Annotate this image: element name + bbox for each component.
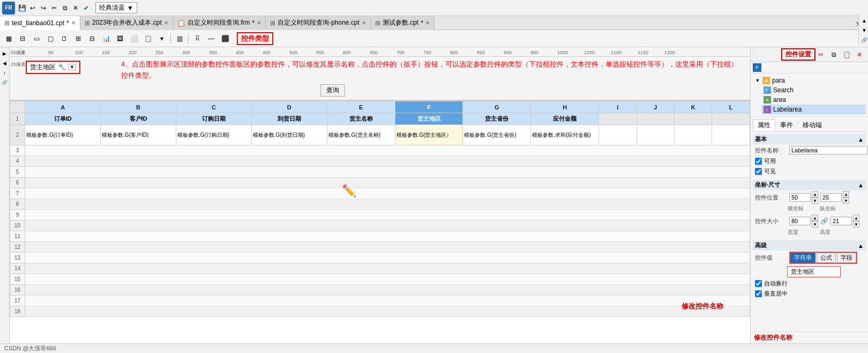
param-dropdown-icon[interactable]: ▼ — [68, 64, 76, 70]
col-header-B[interactable]: B — [101, 101, 176, 113]
left-sidebar-btn-4[interactable]: 🔗 — [1, 78, 9, 87]
col-header-L[interactable]: L — [712, 101, 750, 113]
w-spin-down[interactable]: ▼ — [812, 221, 818, 227]
table-row[interactable]: 7 — [10, 188, 750, 199]
data-cell-D2[interactable]: 模板参数.G(到货日期) — [251, 125, 327, 145]
col-header-A[interactable]: A — [25, 101, 101, 113]
x-input[interactable] — [789, 193, 811, 202]
table-row[interactable]: 11 — [10, 231, 750, 242]
data-cell-C2[interactable]: 模板参数.G(订购日期) — [176, 125, 251, 145]
textbox-btn[interactable]: 🗋 — [58, 32, 71, 45]
rect-btn[interactable]: ▭ — [30, 32, 43, 45]
col-label-A[interactable]: 订单ID — [25, 113, 101, 125]
table-row[interactable]: 15 — [10, 274, 750, 285]
block-btn[interactable]: ▥ — [173, 32, 186, 45]
cut-right-icon[interactable]: ✂ — [815, 49, 826, 60]
right-down-icon[interactable]: ▼ — [860, 26, 868, 34]
w-input[interactable] — [789, 217, 811, 225]
col-label-C[interactable]: 订购日期 — [176, 113, 251, 125]
table-row[interactable]: 5 — [10, 167, 750, 178]
table-btn[interactable]: ⊞ — [72, 32, 85, 45]
tab-close-3[interactable]: ✕ — [257, 20, 261, 26]
param-control-widget[interactable]: 货主地区 🔧 ▼ — [26, 61, 80, 74]
redo-icon[interactable]: ↪ — [39, 3, 48, 13]
tree-item-para[interactable]: ▼ 📁 para — [753, 76, 866, 85]
table-row[interactable]: 18 — [10, 306, 750, 317]
table-row[interactable]: 14 — [10, 263, 750, 274]
delete-title-icon[interactable]: ✕ — [71, 3, 80, 13]
tab-close-1[interactable]: ✕ — [71, 20, 76, 26]
h-input[interactable] — [830, 217, 852, 225]
right-up-icon[interactable]: ▲ — [860, 16, 868, 25]
col-label-L[interactable] — [712, 113, 750, 125]
table-row[interactable]: 17 — [10, 296, 750, 306]
roundrect-btn[interactable]: ▢ — [44, 32, 57, 45]
close-right-icon[interactable]: ✕ — [854, 49, 865, 60]
col-header-G[interactable]: G — [463, 101, 531, 113]
extra-btn[interactable]: ⬛ — [219, 32, 231, 45]
y-spin-up[interactable]: ▲ — [843, 191, 849, 197]
copy-right-icon[interactable]: ⧉ — [828, 49, 839, 60]
theme-selector[interactable]: 经典淡蓝 ▼ — [95, 2, 137, 13]
table-row[interactable]: 12 — [10, 242, 750, 253]
data-cell-A2[interactable]: 模板参数.G(订单ID) — [25, 125, 101, 145]
col-header-F[interactable]: F — [395, 101, 463, 113]
line-btn[interactable]: — — [205, 32, 218, 45]
vertcenter-checkbox[interactable] — [755, 290, 762, 297]
tab-close-2[interactable]: ✕ — [164, 20, 168, 26]
col-header-I[interactable]: I — [599, 101, 637, 113]
cv-tab-string[interactable]: 字符串 — [790, 253, 815, 263]
left-sidebar-btn-1[interactable]: ▶ — [1, 49, 9, 58]
control-value-display[interactable]: 货主地区 — [787, 266, 841, 277]
tab-5[interactable]: ⊞ 测试参数.cpt * ✕ — [371, 16, 435, 30]
y-input[interactable] — [820, 193, 842, 202]
data-cell-K2[interactable] — [674, 125, 712, 145]
w-spin-up[interactable]: ▲ — [812, 215, 818, 221]
right-link-icon[interactable]: 🔗 — [860, 35, 868, 44]
props-tab-attr[interactable]: 属性 — [753, 119, 775, 131]
col-label-I[interactable] — [599, 113, 637, 125]
col-header-J[interactable]: J — [637, 101, 674, 113]
x-spin-up[interactable]: ▲ — [812, 191, 818, 197]
cut-icon[interactable]: ✂ — [49, 3, 59, 13]
left-sidebar-btn-3[interactable]: ↕ — [1, 69, 9, 77]
col-label-G[interactable]: 货主省份 — [463, 113, 531, 125]
cell-btn[interactable]: ▦ — [2, 32, 15, 45]
param-wrench-icon[interactable]: 🔧 — [58, 63, 66, 71]
image-btn[interactable]: 🖼 — [114, 32, 126, 45]
x-spin-down[interactable]: ▼ — [812, 197, 818, 204]
col-header-D[interactable]: D — [251, 101, 327, 113]
checkmark-icon[interactable]: ✔ — [81, 3, 91, 13]
paste-right-icon[interactable]: 📋 — [841, 49, 852, 60]
col-label-K[interactable] — [674, 113, 712, 125]
query-button[interactable]: 查询 — [320, 84, 345, 97]
col-header-C[interactable]: C — [176, 101, 251, 113]
col-label-E[interactable]: 货主名称 — [327, 113, 395, 125]
props-tab-event[interactable]: 事件 — [775, 119, 798, 131]
save-icon[interactable]: 💾 — [17, 3, 27, 13]
tab-close-4[interactable]: ✕ — [362, 20, 366, 26]
table-row[interactable]: 16 — [10, 285, 750, 296]
y-spin-down[interactable]: ▼ — [843, 197, 849, 204]
form-btn[interactable]: 📋 — [141, 32, 154, 45]
cv-tab-formula[interactable]: 公式 — [817, 253, 836, 263]
undo-icon[interactable]: ↩ — [28, 3, 38, 13]
tab-2[interactable]: ⊞ 2023年合并收入成本.cpt ✕ — [80, 16, 173, 30]
crosstab-btn[interactable]: ⊟ — [86, 32, 99, 45]
data-cell-L2[interactable] — [712, 125, 750, 145]
data-cell-G2[interactable]: 模板参数.G(货主省份) — [463, 125, 531, 145]
visible-checkbox[interactable] — [755, 168, 762, 175]
left-sidebar-btn-2[interactable]: ◀ — [1, 59, 9, 68]
link-proportional-icon[interactable]: 🔗 — [820, 217, 828, 225]
tab-1[interactable]: ⊞ test_tianbao01.cpt * ✕ — [0, 16, 80, 30]
tree-item-area[interactable]: A area — [761, 95, 866, 105]
dropdown-btn[interactable]: ▾ — [155, 32, 168, 45]
col-header-H[interactable]: H — [531, 101, 599, 113]
tab-4[interactable]: ⊞ 自定义时间段查询-phone.cpt ✕ — [266, 16, 371, 30]
data-cell-B2[interactable]: 模板参数.G(客户ID) — [101, 125, 176, 145]
basic-section-header[interactable]: 基本 ▲ — [753, 134, 866, 144]
col-label-B[interactable]: 客户ID — [101, 113, 176, 125]
col-header-E[interactable]: E — [327, 101, 395, 113]
control-name-input[interactable] — [789, 146, 867, 155]
data-cell-I2[interactable] — [599, 125, 637, 145]
